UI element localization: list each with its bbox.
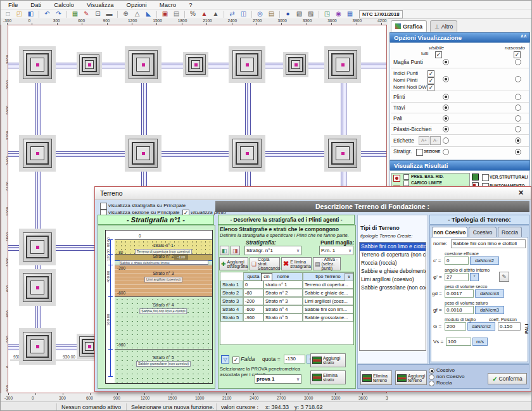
nomi-plinti-checkbox[interactable]: [428, 77, 434, 84]
resize-icon[interactable]: ⇄: [227, 10, 237, 18]
plinth-large[interactable]: [19, 328, 56, 365]
plinth-large[interactable]: [324, 46, 361, 83]
pressioni-icon[interactable]: [393, 175, 400, 182]
nome-input[interactable]: Sabbie fini con limo e ciottoli: [451, 239, 526, 248]
aggiungi-terreno-button[interactable]: Aggiungi terreno: [395, 370, 427, 385]
sezione-checkbox[interactable]: [416, 149, 423, 156]
wall-icon[interactable]: ▤: [267, 10, 276, 18]
stratigr-nascosto-radio[interactable]: [515, 149, 521, 155]
poisson-input[interactable]: 0.150: [498, 322, 521, 331]
tipo-terreno-item[interactable]: Sabbie e ghiaie debolmente limose: [360, 267, 426, 275]
tipo-terreno-item[interactable]: Limi argillosi (coesivo): [360, 275, 426, 284]
table-cell-quota[interactable]: -960: [243, 313, 263, 322]
gf-unit[interactable]: daN/cm3: [475, 306, 504, 314]
risultati-header[interactable]: Visualizza Risultati: [390, 160, 530, 171]
maglia-visibile-radio[interactable]: [443, 59, 449, 65]
load-icon[interactable]: △: [132, 10, 142, 18]
undo-icon[interactable]: ↶: [42, 10, 52, 18]
stratigrafia-drawing[interactable]: strato n° 1Terreno di copertura (non coe…: [105, 230, 213, 384]
beam[interactable]: [35, 65, 41, 356]
menu-file[interactable]: File: [7, 1, 19, 8]
redo-icon[interactable]: ↷: [54, 10, 63, 18]
plinth-large[interactable]: [19, 135, 56, 172]
etichette-visibile-radio[interactable]: [443, 137, 449, 144]
open-icon[interactable]: ◰: [15, 10, 24, 18]
plinth-small[interactable]: [283, 52, 308, 77]
tab-coesivo[interactable]: Coesivo: [469, 227, 497, 237]
punti-maglia-select[interactable]: P.m. 1∨: [319, 246, 353, 255]
maglia-nascosto-radio[interactable]: [515, 59, 521, 65]
antenna2-icon[interactable]: ▲: [211, 10, 220, 18]
toolbox-icon[interactable]: ▣: [160, 10, 170, 18]
dialog-titlebar[interactable]: Terreno ✕: [95, 187, 531, 200]
tipo-terreno-item[interactable]: Terreno di copertura (non coesivo): [360, 251, 426, 259]
tab-altro[interactable]: ⊥ Altro: [430, 20, 457, 32]
carico-limite-checkbox[interactable]: [403, 180, 409, 186]
new-icon[interactable]: □: [3, 10, 13, 18]
menu-visualizza[interactable]: Visualizza: [86, 1, 115, 8]
plinth-large[interactable]: [229, 135, 265, 172]
calculator-icon[interactable]: ▦: [345, 10, 355, 18]
plinth-large[interactable]: [324, 135, 361, 172]
export-icon[interactable]: ◳: [322, 10, 332, 18]
table-cell-nome[interactable]: Strato n° 5: [263, 313, 303, 322]
vs-unit[interactable]: m/s: [472, 338, 488, 346]
menu-[interactable]: ?: [187, 1, 193, 8]
nomi-visibile-radio[interactable]: [443, 76, 449, 82]
antenna-icon[interactable]: ▲: [200, 10, 209, 18]
table-row-label[interactable]: Strato 1: [220, 281, 243, 289]
opzioni-header[interactable]: Opzioni Visualizzazione ∧∧: [390, 32, 530, 43]
roccia-radio[interactable]: [429, 381, 434, 386]
menu-calcolo[interactable]: Calcolo: [53, 1, 75, 8]
falda-checkbox[interactable]: [232, 357, 239, 364]
pali-visibile-radio[interactable]: [443, 115, 449, 122]
gd-unit[interactable]: daN/cm3: [475, 289, 504, 298]
gd-input[interactable]: 0.0017: [445, 289, 474, 298]
non-coesivo-radio[interactable]: [429, 374, 434, 380]
nomi-nascosto-radio[interactable]: [515, 76, 521, 82]
vs-input[interactable]: 100: [446, 338, 471, 346]
pilastri-bicchieri-nascosto-radio[interactable]: [515, 126, 521, 132]
table-cell-nome[interactable]: Strato n° 4: [263, 305, 303, 313]
aggiungi-strato-button[interactable]: Aggiungi strato: [310, 353, 346, 367]
plinth-large[interactable]: [125, 135, 162, 172]
elimina-stratigrafia-button[interactable]: ✖ E limina stratigrafia: [281, 257, 312, 270]
table-cell-quota[interactable]: -600: [243, 305, 263, 313]
quota-unit-box[interactable]: cm: [261, 273, 272, 281]
phi-unit[interactable]: °: [470, 273, 479, 281]
plinti-visibile-radio[interactable]: [443, 94, 449, 100]
stratigrafia-select[interactable]: Stratigr. n°1∨: [244, 246, 301, 255]
plinth-large[interactable]: [19, 46, 56, 83]
table-cell-quota[interactable]: 0: [243, 281, 263, 289]
stratigr-visibile-radio[interactable]: [443, 149, 449, 155]
phi-input[interactable]: 27: [445, 273, 469, 281]
strat-prev-button[interactable]: ◧: [220, 246, 229, 255]
conferma-button[interactable]: ✓ Conferma: [488, 373, 527, 384]
ring-icon[interactable]: ◎: [255, 10, 265, 18]
palette-icon[interactable]: ◉: [334, 10, 343, 18]
pen-icon[interactable]: ✎: [82, 10, 91, 18]
attiva-button[interactable]: ▤ - Attiva - (selez. punti): [313, 257, 341, 270]
table-row-label[interactable]: Strato 4: [220, 305, 243, 313]
tipo-terreno-item[interactable]: Sabbie fini con limo e ciottoli: [360, 243, 426, 251]
copia-stratigrafia-button[interactable]: ❏ Copia strat. Sbancando: [250, 257, 280, 270]
table-row-label[interactable]: Strato 3: [220, 297, 243, 305]
tipo-terreno-item[interactable]: Sabbie grossolane (non coesivo): [360, 284, 426, 292]
pali-nascosto-radio[interactable]: [515, 115, 521, 122]
table-cell-tipo[interactable]: Terreno di copertur...: [303, 281, 353, 289]
tipo-terreno-item[interactable]: Roccia (roccia): [360, 259, 426, 267]
tab-roccia[interactable]: Roccia: [498, 227, 522, 237]
table-cell-quota[interactable]: -200: [243, 297, 263, 305]
table-cell-nome[interactable]: Strato n° 2: [263, 289, 303, 297]
ver-strutturali-icon[interactable]: [472, 174, 479, 180]
table-cell-tipo[interactable]: Sabbie grossolane...: [303, 313, 353, 322]
tab-non-coesivo[interactable]: non Coesivo: [432, 227, 467, 237]
table-cell-tipo[interactable]: Sabbie e ghiaie de...: [303, 289, 353, 297]
save-icon[interactable]: ◧: [26, 10, 35, 18]
chart-icon[interactable]: ◫: [239, 10, 248, 18]
g-unit[interactable]: daN/cm2: [467, 322, 495, 331]
report-icon[interactable]: ▤: [172, 10, 181, 18]
phi-edit-button[interactable]: ✎: [499, 272, 509, 282]
c-input[interactable]: 0: [445, 256, 469, 265]
plinth-icon[interactable]: ⊡: [93, 10, 103, 18]
